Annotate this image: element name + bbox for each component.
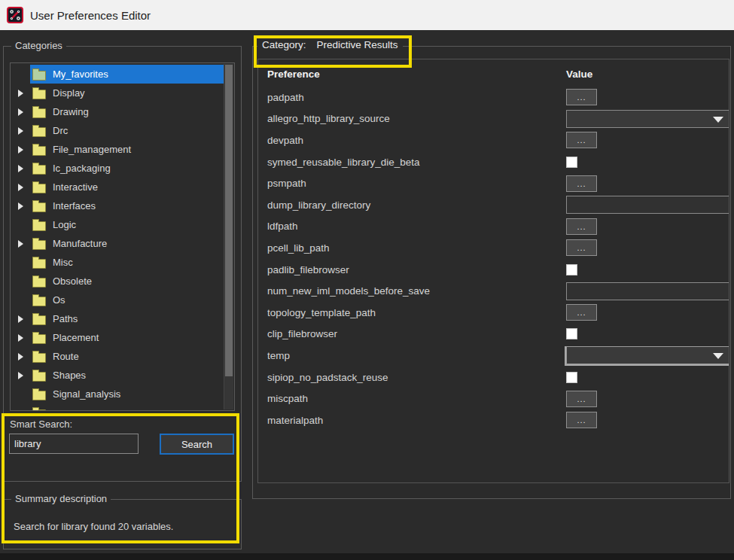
tree-item-label: Logic [53,219,76,231]
preference-row: temp [258,345,729,367]
preference-row: padpath... [258,87,729,108]
browse-button[interactable]: ... [566,304,597,321]
preference-row: sipiop_no_padstack_reuse [258,367,729,388]
tree-item[interactable]: Interactive [11,178,224,196]
folder-icon [32,71,46,81]
search-button[interactable]: Search [160,434,234,455]
folder-icon [32,278,46,288]
tree-item[interactable]: Display [11,84,224,102]
folder-icon [32,334,46,344]
tree-item[interactable]: Obsolete [11,272,224,291]
expand-arrow-icon[interactable] [18,108,23,116]
preference-row: topology_template_path... [258,302,729,324]
folder-icon [32,240,46,250]
tree-item[interactable]: Logic [11,215,224,234]
expand-arrow-icon[interactable] [18,90,23,97]
preference-row: symed_reusable_library_die_beta [258,151,729,173]
tree-item-label: Ic_packaging [53,163,111,175]
value-column-header: Value [566,68,592,80]
value-checkbox[interactable] [566,264,577,275]
tree-item-label: Obsolete [53,275,92,288]
expand-arrow-icon[interactable] [18,184,23,191]
preference-row: psmpath... [258,172,729,194]
browse-button[interactable]: ... [566,175,597,192]
tree-item[interactable]: Manufacture [11,234,224,253]
tree-item[interactable]: My_favorites [11,65,224,84]
preference-list: Preference Value padpath...allegro_http_… [257,59,729,483]
value-text-input[interactable] [566,282,729,300]
expand-arrow-icon[interactable] [18,165,23,172]
tree-item-label: Interactive [53,181,98,193]
value-dropdown[interactable] [566,110,729,128]
preference-name: ldfpath [258,221,566,232]
tree-item[interactable]: Signal_analysis [11,385,224,403]
preference-name: topology_template_path [258,307,566,318]
browse-button[interactable]: ... [566,132,597,148]
preference-name: symed_reusable_library_die_beta [258,157,566,168]
value-text-input[interactable] [566,196,729,214]
tree-item[interactable]: Drc [11,121,224,140]
preference-row: allegro_http_library_source [258,108,729,130]
value-checkbox[interactable] [566,328,577,339]
expand-arrow-icon[interactable] [18,240,23,248]
preference-name: materialpath [258,415,566,426]
folder-icon [32,297,46,306]
expand-arrow-icon[interactable] [18,127,23,135]
browse-button[interactable]: ... [566,89,597,105]
app-icon [7,7,23,23]
folder-icon [32,221,46,231]
tree-item[interactable]: Interfaces [11,196,224,215]
tree-item[interactable]: Placement [11,328,224,347]
tree-item-label: Manufacture [53,238,107,250]
category-label: Category: [262,39,306,50]
preference-row: pcell_lib_path... [258,237,729,259]
tree-item[interactable] [11,403,224,411]
tree-item[interactable]: File_management [11,140,224,159]
folder-icon [32,127,46,137]
expand-arrow-icon[interactable] [18,353,23,361]
category-header: Category: Predictive Results [257,39,403,50]
folder-icon [32,184,46,193]
categories-groupbox: Categories My_favoritesDisplayDrawingDrc… [3,46,242,482]
browse-button[interactable]: ... [566,218,597,235]
folder-icon [32,353,46,363]
folder-icon [32,165,46,175]
expand-arrow-icon[interactable] [18,334,23,342]
tree-item[interactable]: Os [11,291,224,309]
value-dropdown[interactable] [566,346,729,364]
preference-rows: padpath...allegro_http_library_sourcedev… [258,87,729,431]
expand-arrow-icon[interactable] [18,372,23,379]
value-checkbox[interactable] [566,157,577,168]
folder-icon [32,108,46,118]
preference-row: padlib_filebrowser [258,259,729,281]
category-value: Predictive Results [317,39,398,50]
folder-icon [32,391,46,400]
expand-arrow-icon[interactable] [18,202,23,210]
browse-button[interactable]: ... [566,412,597,428]
expand-arrow-icon[interactable] [18,146,23,154]
search-input[interactable] [9,434,139,454]
tree-scrollbar[interactable] [224,64,233,409]
chevron-down-icon [713,353,723,359]
preference-name: sipiop_no_padstack_reuse [258,372,566,383]
preference-name: allegro_http_library_source [258,113,566,124]
tree-item[interactable]: Ic_packaging [11,159,224,178]
tree-item[interactable]: Drawing [11,102,224,121]
value-checkbox[interactable] [566,372,577,383]
tree-item-label: Signal_analysis [53,388,120,400]
chevron-down-icon [713,117,723,123]
expand-arrow-icon[interactable] [18,315,23,323]
tree-item[interactable]: Shapes [11,366,224,385]
tree-item-label: Drawing [53,106,89,118]
categories-group-label: Categories [11,40,66,51]
folder-icon [32,202,46,212]
preference-row: dump_library_directory [258,194,729,216]
tree-item[interactable]: Misc [11,253,224,272]
tree-item[interactable]: Route [11,347,224,366]
tree-item[interactable]: Paths [11,309,224,328]
preference-name: pcell_lib_path [258,242,566,254]
browse-button[interactable]: ... [566,239,597,256]
browse-button[interactable]: ... [566,391,597,407]
tree-scrollbar-thumb[interactable] [225,65,233,376]
preference-name: clip_filebrowser [258,328,566,339]
